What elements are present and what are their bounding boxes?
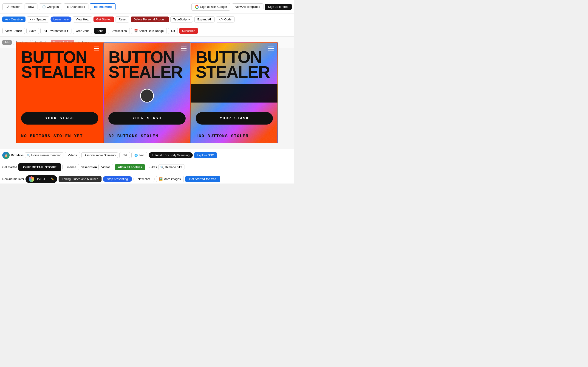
browse-files-label: Browse files — [111, 29, 127, 33]
horse-stealer-search[interactable]: 🔍 Horse stealer meaning — [25, 152, 63, 158]
get-started-free-button[interactable]: Get started for free — [185, 176, 220, 182]
shimano-bike-label: shimano bike — [165, 165, 182, 169]
bs-card-3: BUTTON STEALER YOUR STASH 160 BUTTONS ST… — [191, 42, 278, 143]
ask-question-button[interactable]: Ask Question — [2, 17, 26, 22]
videos-button2[interactable]: Videos — [98, 164, 113, 170]
cat-button[interactable]: Cat — [120, 152, 130, 158]
discover-shimano-label: Discover more Shimano — [84, 153, 116, 157]
new-chat-button[interactable]: New chat — [133, 176, 155, 182]
git-label: Git — [171, 29, 175, 33]
learn-more-label: Learn more — [53, 18, 69, 21]
code-button[interactable]: </> Code — [216, 16, 234, 23]
save-button[interactable]: Save — [26, 28, 39, 34]
expand-all-button[interactable]: Expand All — [194, 16, 214, 23]
browse-files-button[interactable]: Browse files — [108, 28, 130, 34]
main-content: Add Templates Feedback Sign up for free … — [0, 37, 294, 149]
chevron-down-icon: ▾ — [67, 29, 69, 33]
card2-count: 32 BUTTONS STOLEN — [108, 134, 158, 138]
allow-cookies-button[interactable]: Allow all cookies — [115, 164, 145, 170]
shimano-search[interactable]: 🔍 shimano bike — [158, 164, 184, 170]
sign-up-google-button[interactable]: Sign up with Google — [191, 3, 230, 10]
learn-more-button[interactable]: Learn more — [51, 17, 71, 22]
more-images-button[interactable]: 🖼️ More images — [156, 176, 184, 182]
card1-stash-button[interactable]: YOUR STASH — [21, 112, 98, 125]
all-environments-label: All Environments — [43, 29, 66, 33]
save-label: Save — [29, 29, 36, 33]
card2-stash-button[interactable]: YOUR STASH — [108, 112, 186, 125]
cron-jobs-button[interactable]: Cron Jobs — [73, 28, 92, 34]
view-branch-button[interactable]: View Branch — [2, 28, 25, 34]
card1-title: BUTTON STEALER — [21, 50, 95, 80]
master-button[interactable]: ⎇ master — [2, 3, 23, 10]
falling-label: Falling Pluses and Minuses — [62, 177, 98, 181]
explore-sso-button[interactable]: Explore SSO — [194, 152, 217, 158]
subscribe-button[interactable]: Subscribe — [179, 28, 198, 34]
card3-overlay — [191, 84, 277, 102]
select-date-range-button[interactable]: 📅 Select Date Range — [131, 28, 167, 34]
raw-button[interactable]: Raw — [25, 3, 37, 10]
falling-button[interactable]: Falling Pluses and Minuses — [59, 176, 101, 182]
bottombar2: Get started OUR RETAIL STORE Finance Des… — [0, 161, 294, 173]
reset-button[interactable]: Reset — [115, 16, 129, 23]
get-started-free-label: Get started for free — [189, 177, 216, 181]
sign-up-free-label: Sign up for free — [268, 5, 288, 8]
explore-sso-label: Explore SSO — [197, 153, 214, 157]
allow-cookies-label: Allow all cookies — [118, 165, 142, 169]
view-help-label: View Help — [76, 18, 89, 21]
sign-up-free-button[interactable]: Sign up for free — [265, 4, 292, 10]
send-button[interactable]: Send — [94, 28, 106, 34]
get-started-button[interactable]: Get Started — [94, 17, 114, 22]
avatar: 🎂 — [2, 152, 10, 159]
horse-stealer-label: Horse stealer meaning — [31, 153, 61, 157]
view-all-templates-label: View All Templates — [235, 5, 260, 8]
text-translate-button[interactable]: 🌐 Text — [131, 152, 147, 158]
text-label: Text — [139, 153, 144, 157]
subscribe-label: Subscribe — [182, 29, 195, 33]
git-button[interactable]: Git — [168, 28, 178, 34]
topbar2: Ask Question </> Spaces Learn more View … — [0, 14, 294, 25]
spaces-button[interactable]: </> Spaces — [27, 16, 49, 23]
stop-presenting-button[interactable]: Stop presenting — [103, 176, 132, 182]
code-label: Code — [225, 18, 232, 21]
all-environments-dropdown[interactable]: All Environments ▾ — [40, 28, 71, 34]
retail-store-button[interactable]: OUR RETAIL STORE — [18, 163, 61, 171]
finance-button[interactable]: Finance — [62, 164, 79, 170]
videos-button[interactable]: Videos — [65, 152, 80, 158]
delete-account-button[interactable]: Delete Personal Account — [131, 17, 169, 22]
card3-stash-label: YOUR STASH — [220, 116, 249, 120]
sign-up-google-label: Sign up with Google — [200, 5, 227, 8]
select-date-range-label: Select Date Range — [139, 29, 164, 33]
send-label: Send — [96, 29, 103, 33]
cronjobs-button[interactable]: 🕐 Cronjobs — [39, 3, 62, 10]
delete-account-label: Delete Personal Account — [133, 18, 166, 21]
dashboard-label: Dashboard — [70, 5, 85, 8]
finance-label: Finance — [65, 165, 76, 169]
ebikes-label: E-Bikes — [147, 165, 157, 169]
card2-stash-label: YOUR STASH — [132, 116, 162, 120]
view-all-templates-button[interactable]: View All Templates — [232, 3, 263, 10]
dalle-button[interactable]: DALL-E ... ✏️ — [26, 175, 57, 183]
description-label: Description — [80, 165, 97, 169]
card1-count: NO BUTTONS STOLEN YET — [21, 134, 83, 138]
stop-presenting-label: Stop presenting — [107, 177, 128, 181]
card3-stash-button[interactable]: YOUR STASH — [196, 112, 273, 125]
view-help-button[interactable]: View Help — [73, 16, 92, 23]
cards-container: BUTTON STEALER YOUR STASH NO BUTTONS STO… — [0, 37, 294, 149]
futuristic-label: Futuristic 3D Body Scanning — [152, 153, 190, 157]
google-icon — [195, 5, 199, 9]
card3-count: 160 BUTTONS STOLEN — [196, 134, 249, 138]
topbar1: ⎇ master Raw 🕐 Cronjobs ⊞ Dashboard Tell… — [0, 0, 294, 14]
remind-label: Remind me later — [2, 177, 24, 181]
futuristic-button[interactable]: Futuristic 3D Body Scanning — [149, 152, 193, 158]
cron-jobs-label: Cron Jobs — [76, 29, 89, 33]
dalle-icon — [29, 176, 34, 182]
dashboard-button[interactable]: ⊞ Dashboard — [64, 3, 89, 10]
cat-label: Cat — [122, 153, 127, 157]
retail-label: OUR RETAIL STORE — [23, 165, 57, 169]
typescript-label: TypeScript — [173, 18, 187, 21]
images-icon: 🖼️ — [159, 177, 163, 181]
card1-stash-label: YOUR STASH — [45, 116, 74, 120]
typescript-dropdown[interactable]: TypeScript ▾ — [170, 16, 193, 23]
tell-me-more-button[interactable]: Tell me more — [90, 3, 115, 10]
get-started-label: Get started — [2, 165, 17, 169]
